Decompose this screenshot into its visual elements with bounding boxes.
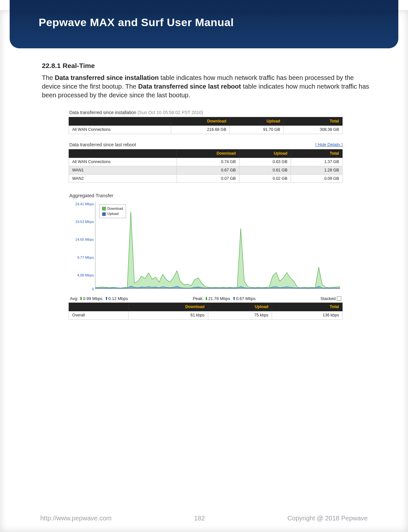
y-tick: 0	[69, 287, 94, 292]
avg-stats: Avg: ⬇0.99 Mbps ⬆0.12 Mbps	[70, 296, 128, 302]
chart-title: Aggregated Transfer	[69, 192, 343, 199]
table-row: WAN1 0.67 GB 0.61 GB 1.28 GB	[69, 166, 343, 174]
page-footer: http://www.pepwave.com 182 Copyright @ 2…	[10, 510, 398, 526]
checkbox-icon[interactable]	[337, 296, 341, 301]
table-header-row: Download Upload Total	[69, 117, 343, 126]
y-tick: 19.53 Mbps	[69, 219, 94, 224]
document-header: Pepwave MAX and Surf User Manual	[10, 0, 398, 48]
legend-swatch-download-icon	[102, 207, 106, 210]
table-row: All WAN Connections 216.68 GB 91.70 GB 3…	[69, 126, 343, 134]
arrow-up-icon: ⬆	[232, 296, 236, 301]
footer-url: http://www.pepwave.com	[40, 515, 112, 522]
screenshot-inset: Data transferred since installation (Sun…	[69, 108, 343, 320]
table-header-row: Download Upload Total	[69, 303, 343, 311]
table-header-row: Download Upload Total	[69, 149, 343, 158]
chart-svg	[95, 202, 340, 288]
chart-frame: 24.41 Mbps 19.53 Mbps 14.65 Mbps 9.77 Mb…	[69, 200, 343, 294]
table-row: WAN2 0.07 GB 0.02 GB 0.09 GB	[69, 174, 343, 183]
stacked-toggle[interactable]: Stacked	[320, 296, 341, 302]
section-paragraph: The Data transferred since installation …	[42, 73, 369, 100]
table1-caption: Data transferred since installation (Sun…	[69, 108, 343, 117]
content-area: 22.8.1 Real-Time The Data transferred si…	[0, 48, 408, 320]
chart-block: Aggregated Transfer 24.41 Mbps 19.53 Mbp…	[69, 192, 343, 320]
y-tick: 24.41 Mbps	[69, 202, 94, 207]
y-tick: 4.88 Mbps	[69, 273, 94, 277]
arrow-up-icon: ⬆	[105, 296, 108, 301]
table-since-reboot: Download Upload Total All WAN Connection…	[69, 149, 343, 183]
chart-legend: Download Upload	[99, 204, 126, 218]
table-row: All WAN Connections 0.74 GB 0.63 GB 1.37…	[69, 158, 343, 166]
footer-page-number: 182	[194, 515, 205, 522]
section-heading: 22.8.1 Real-Time	[42, 61, 369, 70]
footer-copyright: Copyright @ 2018 Pepwave	[287, 515, 368, 522]
document-title: Pepwave MAX and Surf User Manual	[39, 16, 234, 28]
table2-caption: Data transferred since last reboot [ Hid…	[69, 140, 343, 149]
y-tick: 14.65 Mbps	[69, 237, 94, 242]
peak-stats: Peak: ⬇21.78 Mbps ⬆0.67 Mbps	[193, 296, 256, 302]
table-since-installation: Download Upload Total All WAN Connection…	[69, 117, 343, 134]
arrow-down-icon: ⬇	[79, 296, 83, 301]
legend-swatch-upload-icon	[102, 212, 106, 216]
y-tick: 9.77 Mbps	[69, 255, 94, 260]
hide-details-link[interactable]: [ Hide Details ]	[315, 142, 343, 148]
table-row: Overall 61 kbps 75 kbps 136 kbps	[69, 311, 343, 320]
arrow-down-icon: ⬇	[205, 296, 208, 301]
chart-plot-area: Download Upload	[95, 202, 340, 289]
table-overall: Download Upload Total Overall 61 kbps 75…	[69, 303, 343, 320]
chart-stats-row: Avg: ⬇0.99 Mbps ⬆0.12 Mbps Peak: ⬇21.78 …	[69, 294, 343, 303]
